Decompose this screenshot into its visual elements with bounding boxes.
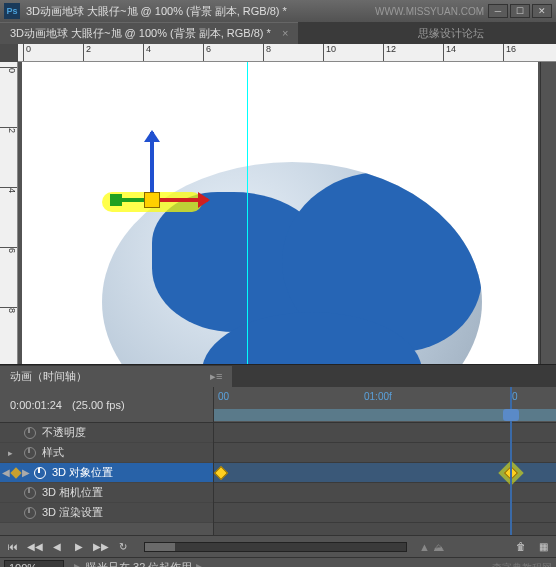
- app-icon: Ps: [4, 3, 20, 19]
- stopwatch-icon[interactable]: [24, 487, 36, 499]
- 3d-transform-gizmo[interactable]: [102, 132, 222, 232]
- stopwatch-icon[interactable]: [24, 447, 36, 459]
- stopwatch-icon[interactable]: [34, 467, 46, 479]
- titlebar: Ps 3D动画地球 大眼仔~旭 @ 100% (背景 副本, RGB/8) * …: [0, 0, 556, 22]
- gizmo-center[interactable]: [144, 192, 160, 208]
- ruler-tick: 8: [0, 307, 17, 313]
- mountain-small-icon[interactable]: ▲: [419, 541, 430, 553]
- playhead[interactable]: [510, 387, 512, 535]
- close-button[interactable]: ✕: [532, 4, 552, 18]
- document-tabbar: 3D动画地球 大眼仔~旭 @ 100% (背景 副本, RGB/8) * × 思…: [0, 22, 556, 44]
- track-label: 3D 渲染设置: [42, 505, 103, 520]
- canvas-viewport[interactable]: [18, 62, 540, 364]
- watermark: WWW.MISSYUAN.COM: [375, 6, 484, 17]
- panel-tabbar: 动画（时间轴） ▸≡: [0, 365, 556, 387]
- vertical-scrollbar[interactable]: [540, 62, 556, 364]
- track-lane[interactable]: [214, 503, 556, 523]
- track-lane-selected[interactable]: [214, 463, 556, 483]
- ruler-tick: 16: [503, 44, 516, 61]
- zoom-icons: ▲ ⛰: [419, 541, 444, 553]
- convert-frames-icon[interactable]: ▦: [534, 539, 552, 555]
- window-title: 3D动画地球 大眼仔~旭 @ 100% (背景 副本, RGB/8) *: [26, 4, 375, 19]
- timeline-tracks-area[interactable]: 00 01:00f 0: [214, 387, 556, 535]
- prev-keyframe-icon[interactable]: ◀: [2, 467, 10, 478]
- time-mark: 01:00f: [364, 391, 392, 402]
- ruler-tick: 6: [203, 44, 211, 61]
- document-area: 0 2 4 6 8: [0, 62, 556, 364]
- animation-tab[interactable]: 动画（时间轴） ▸≡: [0, 366, 232, 387]
- twirl-icon[interactable]: ▸: [8, 448, 18, 458]
- slider-thumb[interactable]: [145, 543, 175, 551]
- mountain-large-icon[interactable]: ⛰: [433, 541, 444, 553]
- keyframe-nav: ◀ ▶: [2, 467, 30, 478]
- timeline-zoom-slider[interactable]: [144, 542, 407, 552]
- track-opacity[interactable]: 不透明度: [0, 423, 213, 443]
- track-label: 3D 对象位置: [52, 465, 113, 480]
- prev-frame-button[interactable]: ◀◀: [26, 539, 44, 555]
- time-mark: 00: [218, 391, 229, 402]
- add-keyframe-icon[interactable]: [10, 467, 21, 478]
- panel-menu-icon[interactable]: ▸≡: [210, 370, 222, 382]
- timeline: 0:00:01:24 (25.00 fps) 不透明度 ▸ 样式 ◀: [0, 387, 556, 535]
- forum-text: 思缘设计论坛: [418, 26, 484, 41]
- trash-icon[interactable]: 🗑: [512, 539, 530, 555]
- keyframe-icon[interactable]: [214, 466, 228, 480]
- document-tab[interactable]: 3D动画地球 大眼仔~旭 @ 100% (背景 副本, RGB/8) * ×: [0, 22, 298, 44]
- maximize-button[interactable]: ☐: [510, 4, 530, 18]
- tab-close-icon[interactable]: ×: [282, 27, 288, 39]
- stopwatch-icon[interactable]: [24, 507, 36, 519]
- ruler-tick: 0: [0, 67, 17, 73]
- ruler-tick: 14: [443, 44, 456, 61]
- panel-tab-label: 动画（时间轴）: [10, 370, 87, 382]
- app-window: Ps 3D动画地球 大眼仔~旭 @ 100% (背景 副本, RGB/8) * …: [0, 0, 556, 567]
- loop-button[interactable]: ↻: [114, 539, 132, 555]
- ruler-tick: 6: [0, 247, 17, 253]
- ruler-tick: 4: [143, 44, 151, 61]
- track-style[interactable]: ▸ 样式: [0, 443, 213, 463]
- track-3d-camera-position[interactable]: 3D 相机位置: [0, 483, 213, 503]
- ruler-vertical[interactable]: 0 2 4 6 8: [0, 62, 18, 364]
- track-lane[interactable]: [214, 423, 556, 443]
- status-message: 曝光只在 32 位起作用: [86, 560, 192, 567]
- timecode[interactable]: 0:00:01:24: [10, 399, 62, 411]
- chevron-right-icon[interactable]: ▶: [196, 561, 204, 567]
- chevron-right-icon[interactable]: ▶: [74, 561, 82, 567]
- timeline-tracks-list: 0:00:01:24 (25.00 fps) 不透明度 ▸ 样式 ◀: [0, 387, 214, 535]
- stopwatch-icon[interactable]: [24, 427, 36, 439]
- play-button[interactable]: ▶: [70, 539, 88, 555]
- window-buttons: ─ ☐ ✕: [488, 4, 552, 18]
- next-keyframe-icon[interactable]: ▶: [22, 467, 30, 478]
- tab-label: 3D动画地球 大眼仔~旭 @ 100% (背景 副本, RGB/8) *: [10, 27, 271, 39]
- ruler-tick: 4: [0, 187, 17, 193]
- watermark-footer: 查字典教程网: [492, 561, 552, 568]
- track-label: 样式: [42, 445, 64, 460]
- track-label: 3D 相机位置: [42, 485, 103, 500]
- gizmo-x-axis[interactable]: [152, 198, 208, 202]
- ruler-horizontal[interactable]: 0 2 4 6 8 10 12 14 16: [18, 44, 556, 62]
- playback-controls: ⏮ ◀◀ ◀ ▶ ▶▶ ↻ ▲ ⛰ 🗑 ▦: [0, 535, 556, 557]
- animation-panel: 动画（时间轴） ▸≡ 0:00:01:24 (25.00 fps) 不透明度 ▸: [0, 364, 556, 557]
- fps-label: (25.00 fps): [72, 399, 125, 411]
- track-label: 不透明度: [42, 425, 86, 440]
- statusbar: 100% ▶ 曝光只在 32 位起作用 ▶ 查字典教程网: [0, 557, 556, 567]
- next-frame-button[interactable]: ▶▶: [92, 539, 110, 555]
- zoom-field[interactable]: 100%: [4, 560, 64, 568]
- track-3d-render-settings[interactable]: 3D 渲染设置: [0, 503, 213, 523]
- play-reverse-button[interactable]: ◀: [48, 539, 66, 555]
- canvas[interactable]: [22, 62, 538, 364]
- ruler-tick: 12: [383, 44, 396, 61]
- rewind-button[interactable]: ⏮: [4, 539, 22, 555]
- ruler-tick: 0: [23, 44, 31, 61]
- timeline-header: 0:00:01:24 (25.00 fps): [0, 387, 213, 423]
- minimize-button[interactable]: ─: [488, 4, 508, 18]
- ruler-tick: 2: [0, 127, 17, 133]
- ruler-tick: 2: [83, 44, 91, 61]
- track-lane[interactable]: [214, 483, 556, 503]
- ruler-tick: 8: [263, 44, 271, 61]
- track-3d-object-position[interactable]: ◀ ▶ 3D 对象位置: [0, 463, 213, 483]
- ruler-tick: 10: [323, 44, 336, 61]
- time-mark: 0: [512, 391, 518, 402]
- track-lane[interactable]: [214, 443, 556, 463]
- vertical-guide[interactable]: [247, 62, 248, 364]
